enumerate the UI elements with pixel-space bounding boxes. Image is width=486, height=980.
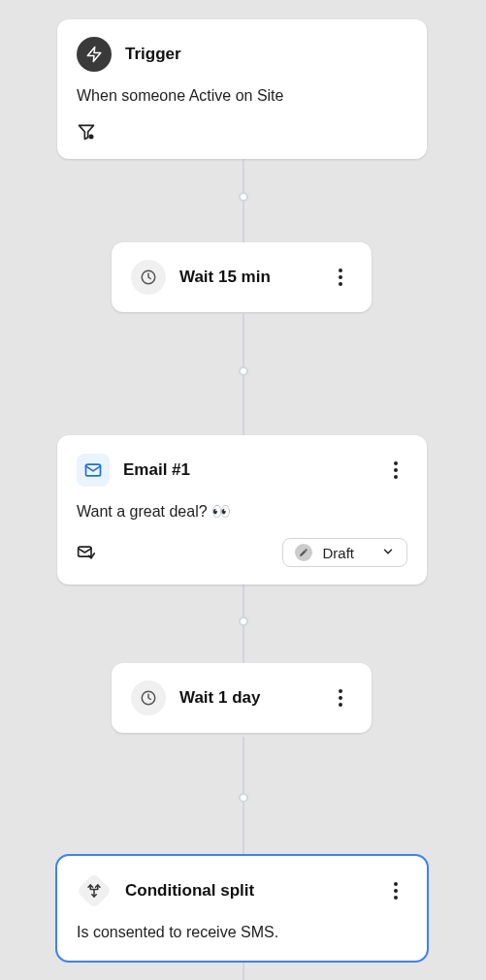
svg-point-8 (394, 461, 398, 465)
trigger-title: Trigger (125, 45, 181, 64)
more-menu-button[interactable] (329, 260, 352, 295)
more-menu-button[interactable] (384, 453, 407, 488)
svg-point-2 (89, 135, 94, 140)
svg-point-17 (394, 882, 398, 886)
trigger-description: When someone Active on Site (77, 85, 407, 107)
filter-profile-icon[interactable] (77, 122, 96, 142)
connector-dot[interactable] (239, 366, 248, 376)
draft-status-icon (295, 544, 312, 561)
connector-dot[interactable] (239, 616, 248, 626)
svg-point-14 (339, 696, 342, 700)
svg-point-13 (339, 689, 342, 693)
status-dropdown[interactable]: Draft (282, 538, 407, 567)
email-subject: Want a great deal? 👀 (77, 501, 407, 522)
email-icon (77, 454, 110, 487)
split-icon (77, 873, 112, 908)
smart-send-icon[interactable] (77, 543, 96, 562)
conditional-split-card[interactable]: Conditional split Is consented to receiv… (57, 856, 427, 961)
split-title: Conditional split (125, 881, 254, 901)
svg-point-9 (394, 468, 398, 472)
svg-point-4 (339, 269, 342, 272)
trigger-card[interactable]: Trigger When someone Active on Site (57, 19, 427, 159)
connector-dot[interactable] (239, 192, 248, 202)
chevron-down-icon (381, 545, 395, 561)
wait-card[interactable]: Wait 15 min (112, 242, 372, 312)
lightning-icon (77, 37, 112, 72)
svg-point-18 (394, 889, 398, 893)
email-title: Email #1 (123, 460, 190, 480)
svg-point-6 (339, 282, 342, 286)
clock-icon (131, 260, 166, 295)
svg-point-15 (339, 703, 342, 707)
clock-icon (131, 680, 166, 715)
connector-dot[interactable] (239, 793, 248, 803)
wait-label: Wait 1 day (179, 688, 260, 708)
split-description: Is consented to receive SMS. (77, 922, 407, 943)
more-menu-button[interactable] (384, 873, 407, 908)
svg-point-19 (394, 896, 398, 900)
wait-card[interactable]: Wait 1 day (112, 663, 372, 733)
wait-label: Wait 15 min (179, 268, 271, 287)
status-label: Draft (322, 545, 354, 561)
flow-canvas[interactable]: Trigger When someone Active on Site Wait… (0, 0, 486, 980)
more-menu-button[interactable] (329, 680, 352, 715)
connector-line (243, 962, 244, 980)
svg-point-10 (394, 475, 398, 479)
svg-marker-0 (87, 47, 101, 62)
svg-point-5 (339, 275, 342, 279)
email-card[interactable]: Email #1 Want a great deal? 👀 Draft (57, 435, 427, 585)
